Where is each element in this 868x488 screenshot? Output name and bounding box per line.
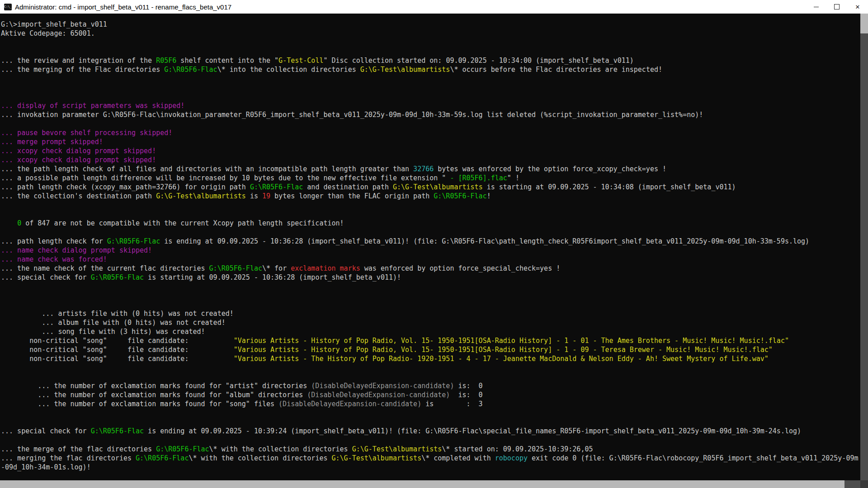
vertical-scrollbar-thumb[interactable]: [860, 14, 868, 33]
console-line: ... artists file with (0 hits) was not c…: [1, 309, 860, 318]
console-line: ... the number of exclamation marks foun…: [1, 381, 860, 390]
console-line: [1, 201, 860, 210]
close-icon: ✕: [855, 4, 860, 10]
window-controls: ✕: [806, 0, 868, 14]
console-line: ... the number of exclamation marks foun…: [1, 399, 860, 408]
console-line: ... name check dialog prompt skipped!: [1, 246, 860, 255]
console-line: Aktive Codepage: 65001.: [1, 29, 860, 38]
console-line: non-critical "song" file candidate: "Var…: [1, 354, 860, 363]
scrollbar-corner: [860, 480, 868, 488]
console-line: ... the collection's destination path G:…: [1, 192, 860, 201]
console-line: ... merging the flac directories G:\R05F…: [1, 454, 860, 463]
console-line: [1, 408, 860, 418]
horizontal-scrollbar-thumb[interactable]: [0, 480, 844, 488]
console-line: [1, 83, 860, 92]
console-line: ... name check was forced!: [1, 255, 860, 264]
console-line: [1, 92, 860, 101]
console-line: ... display of script parameters was ski…: [1, 101, 860, 110]
console-line: [1, 363, 860, 372]
console-line: [1, 436, 860, 445]
console-line: ... path length check (xcopy_max_path=32…: [1, 183, 860, 192]
console-line: -09d_10h-34m-01s.log)!: [1, 463, 860, 472]
console-line: ... special check for G:\R05F6-Flac is s…: [1, 273, 860, 282]
console-line: [1, 74, 860, 83]
console-line: [1, 38, 860, 47]
console-line: [1, 210, 860, 219]
console-line: ... the merge of the flac directories G:…: [1, 445, 860, 454]
cmd-window: C:\_ Administrator: cmd - import_shelf_b…: [0, 0, 868, 488]
console-line: ... the review and integration of the R0…: [1, 56, 860, 65]
horizontal-scrollbar[interactable]: [0, 480, 860, 488]
console-line: ... path length check for G:\R05F6-Flac …: [1, 237, 860, 246]
minimize-button[interactable]: [806, 0, 826, 14]
console-line: [1, 47, 860, 56]
console-line: [1, 300, 860, 309]
console-output[interactable]: G:\>import_shelf_beta_v011Aktive Codepag…: [0, 14, 860, 480]
console-line: [1, 291, 860, 300]
window-title: Administrator: cmd - import_shelf_beta_v…: [15, 3, 231, 11]
console-line: ... song file with (3 hits) was created!: [1, 327, 860, 336]
console-line: ... xcopy check dialog prompt skipped!: [1, 155, 860, 164]
console-line: ... merge prompt skipped!: [1, 137, 860, 146]
vertical-scrollbar[interactable]: [860, 14, 868, 480]
title-bar[interactable]: C:\_ Administrator: cmd - import_shelf_b…: [0, 0, 868, 14]
console-line: non-critical "song" file candidate: "Var…: [1, 336, 860, 345]
console-line: ... invokation parameter G:\R05F6-Flac\i…: [1, 110, 860, 119]
console-line: ... album file with (0 hits) was not cre…: [1, 318, 860, 327]
console-line: ... the path length check of all files a…: [1, 164, 860, 174]
console-line: G:\>import_shelf_beta_v011: [1, 20, 860, 29]
console-line: [1, 372, 860, 381]
console-line: non-critical "song" file candidate: "Var…: [1, 345, 860, 354]
console-line: [1, 119, 860, 128]
minimize-icon: [814, 7, 819, 7]
console-line: ... pause bevore shelf processing skippe…: [1, 128, 860, 137]
console-line: ... the number of exclamation marks foun…: [1, 390, 860, 399]
console-line: 0 of 847 are not be compatible with the …: [1, 219, 860, 228]
console-line: ... special check for G:\R05F6-Flac is e…: [1, 427, 860, 436]
cmd-icon[interactable]: C:\_: [4, 4, 12, 10]
maximize-icon: [834, 4, 840, 9]
console-line: [1, 418, 860, 427]
console-line: [1, 282, 860, 291]
console-line: ... the name check of the current flac d…: [1, 264, 860, 273]
console-line: ... the merging of the Flac directories …: [1, 65, 860, 74]
close-button[interactable]: ✕: [847, 0, 868, 14]
console-line: ... xcopy check dialog prompt skipped!: [1, 146, 860, 155]
console-line: [1, 228, 860, 237]
maximize-button[interactable]: [826, 0, 847, 14]
console-line: ... a possible path length difference wi…: [1, 174, 860, 183]
